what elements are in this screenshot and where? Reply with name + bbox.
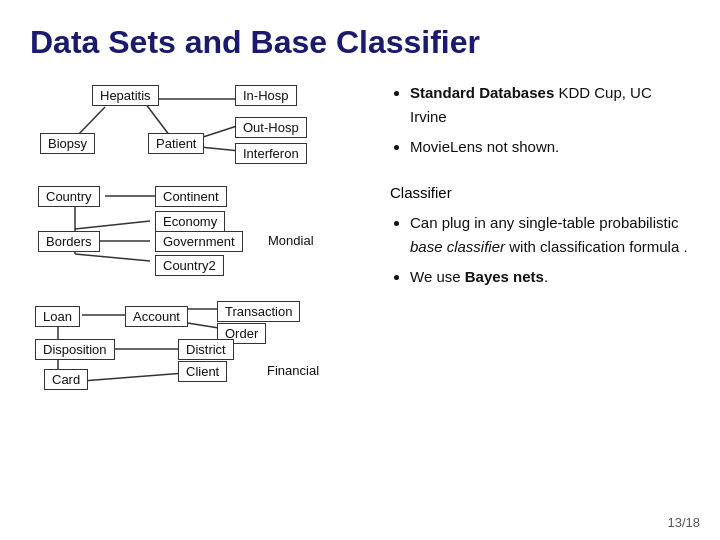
financial-diagram: Loan Account Transaction Order Dispositi…: [30, 301, 370, 406]
slide-title: Data Sets and Base Classifier: [30, 24, 690, 61]
page-number: 13/18: [667, 515, 700, 530]
biopsy-box: Biopsy: [40, 133, 95, 154]
classifier-heading: Classifier: [390, 181, 690, 205]
svg-line-8: [75, 221, 150, 229]
government-box: Government: [155, 231, 243, 252]
mondial-diagram: Country Continent Economy Borders Govern…: [30, 181, 370, 291]
content-area: Hepatitis Biopsy Patient In-Hosp Out-Hos…: [30, 81, 690, 406]
borders-box: Borders: [38, 231, 100, 252]
account-box: Account: [125, 306, 188, 327]
country-box: Country: [38, 186, 100, 207]
classifier-bullet-1: Can plug in any single-table probabilist…: [410, 211, 690, 259]
bullet-movielens: MovieLens not shown.: [410, 135, 690, 159]
left-panel: Hepatitis Biopsy Patient In-Hosp Out-Hos…: [30, 81, 370, 406]
hepatitis-box: Hepatitis: [92, 85, 159, 106]
svg-line-9: [75, 254, 150, 261]
svg-line-15: [82, 373, 185, 381]
svg-line-2: [145, 103, 170, 136]
mondial-label: Mondial: [268, 233, 314, 248]
district-box: District: [178, 339, 234, 360]
right-panel: Standard Databases KDD Cup, UC Irvine Mo…: [380, 81, 690, 406]
economy-box: Economy: [155, 211, 225, 232]
inhosp-box: In-Hosp: [235, 85, 297, 106]
svg-line-1: [77, 107, 105, 136]
classifier-list: Can plug in any single-table probabilist…: [390, 211, 690, 289]
country2-box: Country2: [155, 255, 224, 276]
continent-box: Continent: [155, 186, 227, 207]
standard-databases-list: Standard Databases KDD Cup, UC Irvine Mo…: [390, 81, 690, 159]
bullet-standard-db: Standard Databases KDD Cup, UC Irvine: [410, 81, 690, 129]
loan-box: Loan: [35, 306, 80, 327]
transaction-box: Transaction: [217, 301, 300, 322]
financial-label: Financial: [267, 363, 319, 378]
outhosp-box: Out-Hosp: [235, 117, 307, 138]
card-box: Card: [44, 369, 88, 390]
svg-line-4: [200, 147, 240, 151]
slide: Data Sets and Base Classifier: [0, 0, 720, 540]
classifier-section: Classifier Can plug in any single-table …: [390, 181, 690, 289]
interferon-box: Interferon: [235, 143, 307, 164]
client-box: Client: [178, 361, 227, 382]
svg-line-3: [200, 125, 240, 138]
disposition-box: Disposition: [35, 339, 115, 360]
hepatitis-diagram: Hepatitis Biopsy Patient In-Hosp Out-Hos…: [30, 81, 370, 171]
classifier-bullet-2: We use Bayes nets.: [410, 265, 690, 289]
patient-box: Patient: [148, 133, 204, 154]
